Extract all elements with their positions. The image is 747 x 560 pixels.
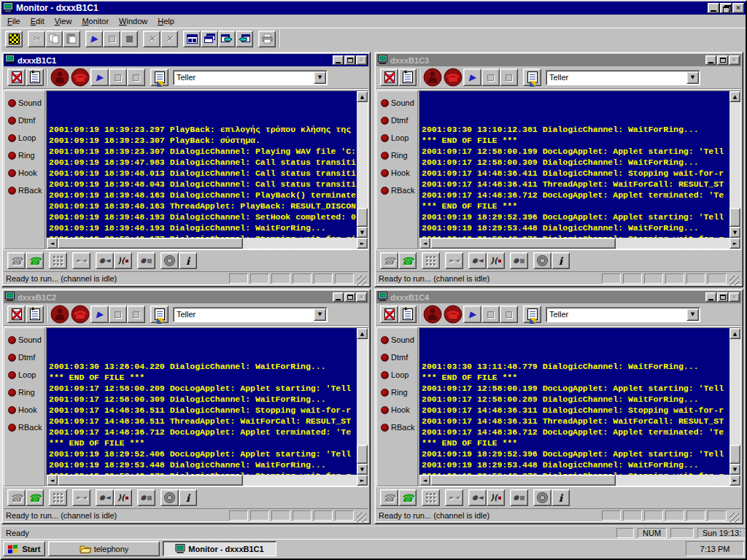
scroll-left-button[interactable]: ◄ [47, 238, 58, 249]
combo-dropdown-button[interactable]: ▼ [314, 308, 326, 321]
app-restore-button[interactable] [720, 3, 732, 13]
child-maximize-button[interactable] [344, 55, 355, 65]
stop-channel-button[interactable] [500, 306, 518, 323]
stop-button[interactable] [120, 31, 138, 47]
app-minimize-button[interactable] [708, 3, 719, 13]
run-button[interactable]: ▶ [85, 31, 103, 47]
child-minimize-button[interactable] [705, 55, 716, 65]
channel-map-button[interactable] [5, 31, 23, 47]
edit-log-button[interactable] [26, 69, 44, 86]
child-titlebar[interactable]: dxxxB1C2 ✕ [4, 291, 368, 303]
phone-offhook-button[interactable]: ☎ [398, 252, 417, 269]
dialpad-button[interactable] [422, 252, 440, 269]
scroll-down-button[interactable]: ▼ [729, 464, 740, 475]
previous-window-button[interactable] [236, 31, 253, 47]
voice-wave-button[interactable]: )( [114, 252, 132, 269]
menu-edit[interactable]: Edit [26, 15, 50, 27]
vertical-scrollbar[interactable]: ▲ ▼ [729, 328, 740, 475]
child-maximize-button[interactable] [344, 292, 355, 302]
stop-channel-button[interactable] [500, 69, 518, 86]
voice-wave-button[interactable]: )( [487, 252, 505, 269]
scroll-right-button[interactable]: ► [729, 238, 740, 249]
log-view[interactable]: 2001:09:19 18:39:23.297 PlayBack: επιλογ… [47, 91, 357, 238]
dialpad-button[interactable] [422, 489, 440, 506]
child-close-button[interactable]: ✕ [729, 292, 740, 302]
horizontal-scrollbar[interactable]: ◄ ► [47, 475, 368, 486]
properties-button[interactable] [150, 69, 169, 86]
child-titlebar[interactable]: dxxxB1C4 ✕ [376, 291, 741, 303]
run-channel-button[interactable]: ▶ [90, 69, 109, 86]
scroll-up-button[interactable]: ▲ [357, 328, 368, 339]
clear-log-button[interactable] [7, 306, 26, 323]
scroll-left-button[interactable]: ◄ [419, 238, 430, 249]
vertical-scroll-thumb[interactable] [357, 445, 368, 464]
child-maximize-button[interactable] [717, 55, 728, 65]
resize-grip[interactable] [729, 513, 739, 522]
phone-offhook-button[interactable]: ☎ [26, 489, 44, 506]
menu-view[interactable]: View [50, 15, 77, 27]
child-maximize-button[interactable] [717, 292, 728, 302]
next-window-button[interactable] [218, 31, 236, 47]
hangup-button[interactable] [71, 305, 90, 324]
disconnect-all-button[interactable]: ✕ [160, 31, 178, 47]
scroll-down-button[interactable]: ▼ [357, 464, 368, 475]
scroll-up-button[interactable]: ▲ [357, 91, 368, 102]
child-titlebar[interactable]: dxxxB1C3 ✕ [376, 54, 741, 66]
pause-button[interactable] [103, 31, 120, 47]
disconnect-button[interactable]: ✕ [143, 31, 160, 47]
vertical-scroll-thumb[interactable] [357, 208, 368, 227]
horizontal-scrollbar[interactable]: ◄ ► [419, 238, 740, 249]
menu-file[interactable]: File [2, 15, 26, 27]
applet-select[interactable]: Teller ▼ [546, 307, 700, 322]
pause-channel-button[interactable] [481, 306, 500, 323]
scroll-left-button[interactable]: ◄ [47, 475, 58, 486]
horizontal-scroll-thumb[interactable] [430, 475, 616, 486]
play-monitor-button[interactable]: ►◄ [72, 489, 90, 506]
cascade-windows-button[interactable] [201, 31, 218, 47]
child-close-button[interactable]: ✕ [729, 55, 740, 65]
paste-button[interactable] [63, 31, 80, 47]
resize-grip[interactable] [729, 276, 739, 285]
play-monitor-button[interactable]: ►◄ [445, 489, 463, 506]
caller-button[interactable] [423, 68, 442, 87]
vertical-scrollbar[interactable]: ▲ ▼ [357, 91, 368, 238]
record-monitor-button[interactable]: ●◄ [468, 489, 487, 506]
task-monitor-active[interactable]: Monitor - dxxxB1C1 [163, 541, 276, 556]
log-view[interactable]: 2001:03:30 13:11:48.779 DialogicChannel:… [419, 328, 729, 475]
dialpad-button[interactable] [49, 489, 67, 506]
menu-window[interactable]: Window [114, 15, 152, 27]
resize-grip[interactable] [357, 276, 366, 285]
child-minimize-button[interactable] [333, 292, 344, 302]
caller-button[interactable] [423, 305, 442, 324]
record-stop-button[interactable]: ● [510, 489, 528, 506]
voice-wave-button[interactable]: )( [114, 489, 132, 506]
child-close-button[interactable]: ✕ [356, 292, 367, 302]
combo-dropdown-button[interactable]: ▼ [686, 308, 699, 321]
info-button[interactable]: i [179, 252, 197, 269]
combo-dropdown-button[interactable]: ▼ [314, 71, 326, 84]
tile-windows-button[interactable] [183, 31, 201, 47]
pause-channel-button[interactable] [481, 69, 500, 86]
phone-offhook-button[interactable]: ☎ [398, 489, 417, 506]
scroll-right-button[interactable]: ► [357, 475, 368, 486]
phone-onhook-button[interactable]: ☎ [380, 489, 398, 506]
phone-onhook-button[interactable]: ☎ [7, 252, 26, 269]
edit-log-button[interactable] [26, 306, 44, 323]
properties-button[interactable] [523, 69, 541, 86]
stop-sign-button[interactable] [533, 489, 551, 506]
app-close-button[interactable]: ✕ [732, 3, 744, 13]
stop-sign-button[interactable] [533, 252, 551, 269]
run-channel-button[interactable]: ▶ [463, 69, 481, 86]
scroll-up-button[interactable]: ▲ [729, 91, 740, 102]
record-stop-button[interactable]: ● [510, 252, 528, 269]
record-stop-button[interactable]: ● [137, 252, 155, 269]
properties-button[interactable] [523, 306, 541, 323]
edit-log-button[interactable] [398, 306, 417, 323]
resize-grip[interactable] [357, 513, 366, 522]
child-minimize-button[interactable] [705, 292, 716, 302]
combo-dropdown-button[interactable]: ▼ [686, 71, 699, 84]
phone-onhook-button[interactable]: ☎ [380, 252, 398, 269]
edit-log-button[interactable] [398, 69, 417, 86]
log-view[interactable]: 2001:03:30 13:26:04.220 DialogicChannel:… [47, 328, 357, 475]
record-stop-button[interactable]: ● [137, 489, 155, 506]
